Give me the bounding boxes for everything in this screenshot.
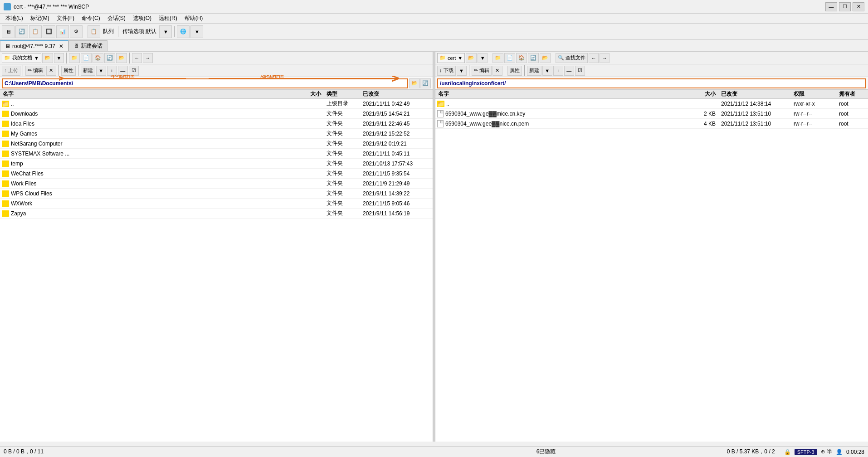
- remote-back-btn[interactable]: ←: [589, 53, 599, 63]
- local-extra2[interactable]: —: [118, 66, 128, 76]
- local-extra3[interactable]: ☑: [129, 66, 139, 76]
- toolbar-globe-dropdown[interactable]: ▼: [190, 25, 203, 38]
- list-item[interactable]: WXWork 文件夹 2021/11/15 9:05:46: [0, 199, 433, 209]
- remote-download-dropdown[interactable]: ▼: [457, 66, 467, 76]
- toolbar-btn2[interactable]: 🔲: [43, 25, 55, 38]
- local-delete-btn[interactable]: ✕: [46, 66, 56, 76]
- local-file-name: My Games: [11, 131, 37, 137]
- tab-new-icon: 🖥: [73, 43, 79, 49]
- local-extra1[interactable]: +: [107, 66, 117, 76]
- toolbar-settings[interactable]: ⚙: [70, 25, 83, 38]
- local-col-type[interactable]: 类型: [324, 90, 360, 98]
- remote-extra3[interactable]: ☑: [575, 66, 585, 76]
- toolbar-transfer-dropdown[interactable]: ▼: [159, 25, 172, 38]
- menu-session[interactable]: 会话(S): [104, 14, 129, 23]
- list-item[interactable]: Work Files 文件夹 2021/11/9 21:29:49: [0, 179, 433, 189]
- list-item[interactable]: NetSarang Computer 文件夹 2021/9/12 0:19:21: [0, 139, 433, 149]
- list-item[interactable]: 6590304_www.gee▓▓nice.cn.pem 4 KB 2021/1…: [435, 119, 868, 129]
- menu-options[interactable]: 选项(O): [129, 14, 155, 23]
- remote-folder-up-btn[interactable]: 📂: [540, 53, 551, 63]
- title-bar-text: cert - ***@47.** *** *** WinSCP: [14, 4, 825, 10]
- local-forward-btn[interactable]: →: [143, 53, 153, 63]
- remote-new-dropdown[interactable]: ▼: [542, 66, 552, 76]
- list-item[interactable]: My Games 文件夹 2021/9/12 15:22:52: [0, 129, 433, 139]
- local-new-dropdown[interactable]: ▼: [96, 66, 106, 76]
- remote-forward-btn[interactable]: →: [600, 53, 610, 63]
- local-upload-btn[interactable]: ↑ 上传: [2, 66, 20, 76]
- local-home-btn[interactable]: 🏠: [93, 53, 103, 63]
- list-item[interactable]: temp 文件夹 2021/10/13 17:57:43: [0, 159, 433, 169]
- remote-download-btn[interactable]: ↓ 下载: [437, 66, 456, 76]
- list-item[interactable]: Downloads 文件夹 2021/9/15 14:54:21: [0, 109, 433, 119]
- tab-session-1[interactable]: 🖥 root@47.**** 9.37 ✕: [0, 40, 68, 51]
- remote-new-folder-btn[interactable]: 📁: [493, 53, 503, 63]
- close-button[interactable]: ✕: [853, 2, 864, 11]
- remote-file-perms: rw-r--r--: [791, 111, 836, 117]
- local-properties-btn[interactable]: 属性: [61, 66, 76, 76]
- remote-col-owner[interactable]: 拥有者: [836, 90, 868, 98]
- local-new-file-btn[interactable]: 📄: [81, 53, 92, 63]
- menu-remote[interactable]: 远程(R): [155, 14, 181, 23]
- toolbar-btn3[interactable]: 📊: [56, 25, 69, 38]
- local-new-folder-btn[interactable]: 📁: [69, 53, 80, 63]
- tab-new-session[interactable]: 🖥 新建会话: [68, 40, 107, 51]
- local-address-input[interactable]: [2, 78, 408, 88]
- remote-refresh-btn[interactable]: 🔄: [528, 53, 539, 63]
- remote-home-btn[interactable]: 🏠: [516, 53, 527, 63]
- menu-file[interactable]: 文件(F): [53, 14, 78, 23]
- local-address-browse[interactable]: 📂: [409, 78, 420, 88]
- remote-edit-btn[interactable]: ✏ 编辑: [472, 66, 492, 76]
- local-folder-up-btn[interactable]: 📂: [116, 53, 127, 63]
- local-back-btn[interactable]: ←: [132, 53, 142, 63]
- remote-col-perms[interactable]: 权限: [791, 90, 836, 98]
- local-col-name[interactable]: 名字: [0, 90, 292, 98]
- remote-col-size[interactable]: 大小: [687, 90, 718, 98]
- local-filter-btn[interactable]: ▼: [54, 53, 64, 63]
- remote-col-name[interactable]: 名字: [435, 90, 687, 98]
- local-col-size[interactable]: 大小: [292, 90, 324, 98]
- remote-properties-btn[interactable]: 属性: [507, 66, 522, 76]
- remote-col-modified[interactable]: 已改变: [718, 90, 791, 98]
- maximize-button[interactable]: ☐: [839, 2, 851, 11]
- list-item[interactable]: Idea Files 文件夹 2021/9/11 22:46:45: [0, 119, 433, 129]
- remote-browse-btn[interactable]: 📂: [466, 53, 477, 63]
- toolbar-new-session[interactable]: 🖥: [2, 25, 15, 38]
- remote-extra2[interactable]: —: [564, 66, 574, 76]
- remote-address-input[interactable]: [437, 78, 866, 88]
- local-refresh-btn[interactable]: 🔄: [104, 53, 115, 63]
- remote-location-icon: 📁: [439, 55, 446, 61]
- remote-file-row-parent[interactable]: 📁 .. 2021/11/12 14:38:14 rwxr-xr-x root: [435, 99, 868, 109]
- local-edit-btn[interactable]: ✏ 编辑: [25, 66, 45, 76]
- tab-close-icon[interactable]: ✕: [59, 43, 63, 49]
- minimize-button[interactable]: —: [825, 2, 837, 11]
- local-address-refresh[interactable]: 🔄: [420, 78, 431, 88]
- remote-new-file-btn[interactable]: 📄: [504, 53, 515, 63]
- toolbar-queue[interactable]: 📋: [88, 25, 100, 38]
- menu-help[interactable]: 帮助(H): [181, 14, 207, 23]
- local-col-modified[interactable]: 已改变: [360, 90, 433, 98]
- status-remote: 0 B / 5.37 KB，0 / 2: [727, 448, 775, 456]
- menu-local[interactable]: 本地(L): [2, 14, 27, 23]
- list-item[interactable]: 6590304_www.ge▓▓mice.cn.key 2 KB 2021/11…: [435, 109, 868, 119]
- folder-icon: [2, 190, 9, 197]
- local-new-btn[interactable]: 新建: [81, 66, 95, 76]
- remote-filter-btn[interactable]: ▼: [478, 53, 488, 63]
- local-browse-btn[interactable]: 📂: [42, 53, 53, 63]
- local-file-type: 文件夹: [324, 209, 360, 217]
- local-file-row-parent[interactable]: 📁 .. 上级目录 2021/11/11 0:42:49: [0, 99, 433, 109]
- remote-extra1[interactable]: +: [553, 66, 563, 76]
- menu-mark[interactable]: 标记(M): [27, 14, 53, 23]
- remote-location-dropdown[interactable]: 📁 cert ▼: [437, 53, 465, 63]
- toolbar-btn1[interactable]: 📋: [29, 25, 42, 38]
- list-item[interactable]: Zapya 文件夹 2021/9/11 14:56:19: [0, 209, 433, 219]
- toolbar-sync[interactable]: 🔄: [15, 25, 28, 38]
- list-item[interactable]: WeChat Files 文件夹 2021/11/15 9:35:54: [0, 169, 433, 179]
- list-item[interactable]: SYSTEMAX Software ... 文件夹 2021/11/11 0:4…: [0, 149, 433, 159]
- remote-new-btn[interactable]: 新建: [527, 66, 541, 76]
- list-item[interactable]: WPS Cloud Files 文件夹 2021/9/11 14:39:22: [0, 189, 433, 199]
- toolbar-globe[interactable]: 🌐: [177, 25, 190, 38]
- remote-search-btn[interactable]: 🔍 查找文件: [556, 53, 588, 63]
- local-location-dropdown[interactable]: 📁 我的文档 ▼: [2, 53, 41, 63]
- menu-command[interactable]: 命令(C): [78, 14, 104, 23]
- remote-delete-btn[interactable]: ✕: [493, 66, 502, 76]
